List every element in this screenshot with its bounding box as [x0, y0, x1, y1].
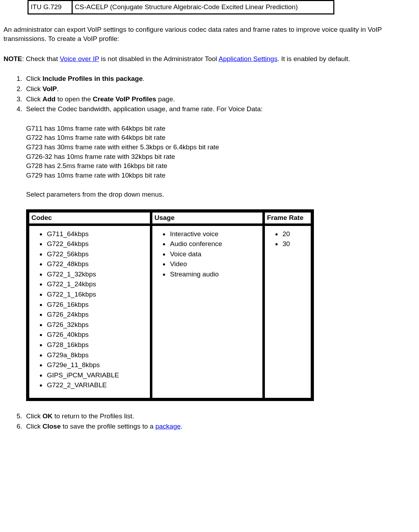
codec-cell: G711_64kbps G722_64kbps G722_56kbps G722…	[29, 225, 151, 399]
step-4: Select the Codec bandwidth, application …	[24, 104, 415, 401]
list-item: G726_24kbps	[46, 310, 148, 319]
step-6-bold: Close	[42, 423, 61, 430]
step-1-bold: Include Profiles in this package	[42, 75, 142, 82]
usage-cell: Interactive voice Audio conference Voice…	[152, 225, 263, 399]
list-item: G729a_8kbps	[46, 351, 148, 360]
step-2-after: .	[57, 85, 59, 92]
codec-desc-cell: CS-ACELP (Conjugate Structure Algebraic-…	[72, 1, 334, 14]
note-paragraph: NOTE: Check that Voice over IP is not di…	[4, 54, 415, 64]
step-5-bold: OK	[42, 412, 53, 420]
step-3-bold2: Create VoIP Profiles	[93, 95, 156, 103]
list-item: G722_1_16kbps	[46, 290, 148, 299]
voice-over-ip-link[interactable]: Voice over IP	[60, 55, 99, 62]
frame-rate-list: 20 30	[267, 229, 309, 249]
note-label: NOTE	[4, 55, 22, 62]
list-item: 30	[282, 239, 309, 249]
list-item: G726_16kbps	[46, 300, 148, 310]
list-item: Video	[169, 259, 260, 269]
list-item: G722_56kbps	[46, 250, 148, 259]
step-5-after: to return to the Profiles list.	[53, 412, 134, 420]
list-item: 20	[282, 229, 309, 239]
note-text-3: . It is enabled by default.	[278, 55, 350, 62]
codec-list: G711_64kbps G722_64kbps G722_56kbps G722…	[31, 229, 148, 390]
frame-rate-header: Frame Rate	[264, 212, 311, 224]
step-3-bold1: Add	[42, 95, 55, 103]
usage-list: Interactive voice Audio conference Voice…	[154, 229, 260, 279]
step-2-text: Click	[26, 85, 42, 92]
voice-data-line: G711 has 10ms frame rate with 64kbps bit…	[26, 124, 415, 133]
step-2: Click VoIP.	[24, 84, 415, 94]
step-1-text: Click	[26, 75, 42, 82]
voice-data-line: G722 has 10ms frame rate with 64kbps bit…	[26, 133, 415, 143]
step-2-bold: VoIP	[42, 85, 57, 92]
list-item: Streaming audio	[169, 270, 260, 279]
step-3-after: page.	[156, 95, 175, 103]
list-item: Interactive voice	[169, 229, 260, 239]
list-item: G711_64kbps	[46, 229, 148, 239]
step-1: Click Include Profiles in this package.	[24, 74, 415, 84]
voice-data-line: G723 has 30ms frame rate with either 5.3…	[26, 143, 415, 152]
list-item: G722_48kbps	[46, 259, 148, 269]
voice-data-line: G728 has 2.5ms frame rate with 16kbps bi…	[26, 161, 415, 171]
note-text-1: : Check that	[22, 55, 60, 62]
list-item: G722_1_24kbps	[46, 280, 148, 289]
step-3: Click Add to open the Create VoIP Profil…	[24, 95, 415, 104]
list-item: Voice data	[169, 250, 260, 259]
list-item: G722_64kbps	[46, 239, 148, 249]
list-item: G722_1_32kbps	[46, 270, 148, 279]
select-params-text: Select parameters from the drop down men…	[26, 190, 415, 199]
step-3-text: Click	[26, 95, 42, 103]
list-item: GIPS_iPCM_VARIABLE	[46, 371, 148, 380]
package-link[interactable]: package	[155, 423, 181, 430]
list-item: Audio conference	[169, 239, 260, 249]
step-3-mid: to open the	[55, 95, 93, 103]
voice-data-line: G729 has 10ms frame rate with 10kbps bit…	[26, 171, 415, 180]
codec-definition-table: ITU G.729 CS-ACELP (Conjugate Structure …	[28, 0, 334, 14]
parameters-table: Codec Usage Frame Rate G711_64kbps G722_…	[26, 209, 314, 401]
codec-header: Codec	[29, 212, 151, 224]
voice-data-block: G711 has 10ms frame rate with 64kbps bit…	[26, 124, 415, 180]
list-item: G728_16kbps	[46, 340, 148, 350]
step-1-after: .	[142, 75, 144, 82]
note-text-2: is not disabled in the Administrator Too…	[99, 55, 219, 62]
step-6-after: .	[181, 423, 182, 430]
frame-rate-cell: 20 30	[264, 225, 311, 399]
step-5-text: Click	[26, 412, 42, 420]
step-6: Click Close to save the profile settings…	[24, 422, 415, 431]
list-item: G729e_11_8kbps	[46, 360, 148, 370]
usage-header: Usage	[152, 212, 263, 224]
codec-name-cell: ITU G.729	[28, 1, 72, 14]
step-4-text: Select the Codec bandwidth, application …	[26, 105, 263, 113]
list-item: G726_32kbps	[46, 320, 148, 330]
application-settings-link[interactable]: Application Settings	[219, 55, 278, 62]
intro-paragraph: An administrator can export VoIP setting…	[4, 25, 415, 44]
list-item: G726_40kbps	[46, 330, 148, 340]
step-6-mid: to save the profile settings to a	[61, 423, 155, 430]
steps-list: Click Include Profiles in this package. …	[4, 74, 415, 431]
list-item: G722_2_VARIABLE	[46, 381, 148, 390]
step-6-text: Click	[26, 423, 42, 430]
voice-data-line: G726-32 has 10ms frame rate with 32kbps …	[26, 152, 415, 162]
step-5: Click OK to return to the Profiles list.	[24, 412, 415, 421]
